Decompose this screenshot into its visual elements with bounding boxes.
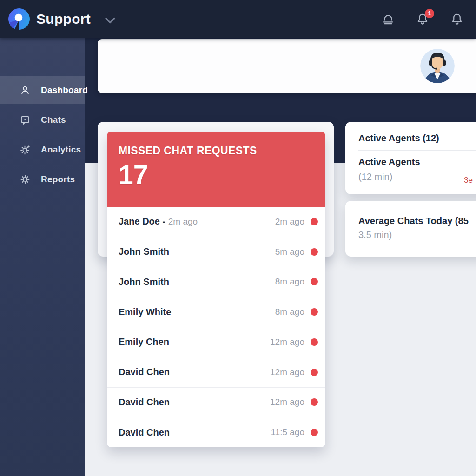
chat-row-meta: 11:5 ago <box>271 427 318 437</box>
topbar: Support 1 <box>0 0 476 38</box>
missed-indicator-icon <box>311 218 318 225</box>
brand-menu[interactable]: Support <box>0 8 116 30</box>
chat-row-meta: 12m ago <box>270 397 318 407</box>
app-root: Support 1 <box>0 0 476 476</box>
alerts-bell-icon[interactable] <box>450 12 464 26</box>
average-chats-detail: 3.5 min) <box>358 230 476 240</box>
sidebar-item-analytics[interactable]: Analytics <box>0 136 85 164</box>
chat-row[interactable]: David Chen12m ago <box>107 387 325 417</box>
chat-row-meta: 2m ago <box>275 217 318 227</box>
sidebar-item-dashboard[interactable]: Dashboard <box>0 76 85 104</box>
chat-row-name: David Chen <box>119 367 170 377</box>
missed-indicator-icon <box>311 308 318 316</box>
sidebar-item-chats[interactable]: Chats <box>0 106 85 134</box>
sidebar-item-label: Reports <box>41 174 75 185</box>
topbar-actions: 1 <box>381 12 476 26</box>
header-bar <box>98 39 476 93</box>
chat-row-meta: 12m ago <box>270 367 318 377</box>
missed-chat-card: MISSED CHAT REQUESTS 17 Jane Doe - 2m ag… <box>107 132 325 447</box>
gear-icon <box>20 174 31 185</box>
notifications-bell-icon[interactable]: 1 <box>416 12 430 26</box>
chat-row-name: John Smith <box>119 277 169 287</box>
notification-count-badge: 1 <box>425 9 434 18</box>
chat-row-time: 8m ago <box>275 277 304 287</box>
active-agents-detail: (12 min) <box>358 172 476 182</box>
chat-row[interactable]: David Chen11:5 ago <box>107 417 325 447</box>
average-chats-card: Average Chats Today (85 3.5 min) <box>345 201 476 257</box>
chat-row-meta: 8m ago <box>275 277 318 287</box>
active-agents-link[interactable]: 3e <box>464 176 473 185</box>
chat-row-time: 5m ago <box>275 247 304 257</box>
chat-row-inline-time: 2m ago <box>168 217 198 226</box>
chat-row-time: 12m ago <box>270 367 304 377</box>
missed-indicator-icon <box>311 278 318 285</box>
chat-row-name: John Smith <box>119 246 169 257</box>
chat-row-time: 2m ago <box>275 217 304 227</box>
sidebar: Dashboard Chats <box>0 38 85 476</box>
missed-indicator-icon <box>311 338 318 346</box>
active-agents-title: Active Agents (12) <box>358 133 476 144</box>
chat-row[interactable]: Jane Doe - 2m ago2m ago <box>107 207 325 237</box>
app-logo-icon <box>8 8 30 30</box>
chat-row-name: Jane Doe - 2m ago <box>119 216 198 227</box>
chat-row-time: 12m ago <box>270 397 304 407</box>
missed-indicator-icon <box>311 429 318 436</box>
sidebar-item-label: Dashboard <box>41 85 88 95</box>
chat-row[interactable]: Emily Chen12m ago <box>107 327 325 357</box>
chat-row[interactable]: John Smith8m ago <box>107 267 325 297</box>
chat-row-time: 8m ago <box>275 307 304 317</box>
agent-avatar[interactable] <box>420 49 455 83</box>
active-agents-subtitle: Active Agents <box>358 157 476 167</box>
average-chats-title: Average Chats Today (85 <box>358 216 476 226</box>
chat-row-meta: 8m ago <box>275 307 318 317</box>
missed-chat-count: 17 <box>119 162 314 188</box>
missed-chat-list: Jane Doe - 2m ago2m agoJohn Smith5m agoJ… <box>107 207 325 447</box>
chat-bubble-icon <box>20 114 31 126</box>
chat-row-time: 12m ago <box>270 337 304 347</box>
chat-row[interactable]: Emily White8m ago <box>107 297 325 327</box>
user-icon <box>20 85 31 96</box>
chat-row-meta: 12m ago <box>270 337 318 347</box>
missed-indicator-icon <box>311 248 318 256</box>
chevron-down-icon[interactable] <box>105 17 116 24</box>
gear-notify-icon <box>20 144 31 155</box>
chat-row-name: David Chen <box>119 397 170 408</box>
chat-row-time: 11:5 ago <box>271 427 304 437</box>
active-agents-card: Active Agents (12) Active Agents (12 min… <box>345 122 476 194</box>
sidebar-item-label: Analytics <box>41 145 81 155</box>
sidebar-item-reports[interactable]: Reports <box>0 165 85 193</box>
chat-row[interactable]: David Chen12m ago <box>107 357 325 387</box>
chat-row-name: Emily White <box>119 307 171 317</box>
missed-indicator-icon <box>311 369 318 376</box>
chat-row-meta: 5m ago <box>275 247 318 257</box>
missed-indicator-icon <box>311 398 318 406</box>
headset-support-icon[interactable] <box>381 12 395 26</box>
sidebar-item-label: Chats <box>41 115 66 125</box>
divider <box>358 150 476 151</box>
chat-row-name: Emily Chen <box>119 337 169 347</box>
missed-chat-header: MISSED CHAT REQUESTS 17 <box>107 132 325 207</box>
chat-row-name: David Chen <box>119 427 170 438</box>
missed-chat-title: MISSED CHAT REQUESTS <box>119 145 314 157</box>
app-title: Support <box>36 11 91 27</box>
chat-row[interactable]: John Smith5m ago <box>107 237 325 267</box>
